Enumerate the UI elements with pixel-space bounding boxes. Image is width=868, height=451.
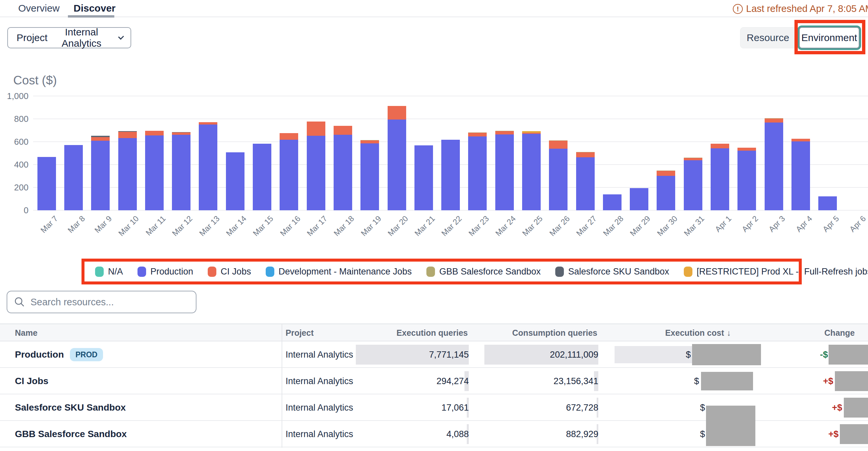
bar-segment-production[interactable] (118, 138, 137, 210)
bar-mar-14[interactable] (226, 152, 245, 210)
bar-segment-production[interactable] (495, 134, 514, 210)
bar-segment-ci-jobs[interactable] (91, 137, 110, 141)
bar-segment-production[interactable] (738, 151, 756, 210)
bar-mar-31[interactable] (684, 158, 702, 210)
bar-segment-production[interactable] (253, 144, 271, 210)
bar-segment-ci-jobs[interactable] (468, 133, 487, 136)
bar-mar-11[interactable] (145, 131, 164, 210)
bar-mar-10[interactable] (118, 131, 137, 210)
bar-segment-production[interactable] (441, 140, 460, 210)
legend-item-production[interactable]: Production (137, 266, 193, 277)
table-row-ci-jobs[interactable]: CI JobsInternal Analytics294,27423,156,3… (0, 368, 868, 394)
bar-mar-15[interactable] (253, 144, 271, 210)
column-header-execution-cost[interactable]: Execution cost↓ (626, 324, 731, 342)
bar-segment-production[interactable] (765, 123, 783, 210)
bar-segment-production[interactable] (603, 194, 621, 210)
bar-mar-22[interactable] (441, 140, 460, 210)
bar-mar-16[interactable] (280, 133, 298, 210)
bar-apr-5[interactable] (818, 196, 837, 210)
bar-segment-production[interactable] (172, 135, 190, 210)
bar-apr-4[interactable] (792, 139, 810, 210)
bar-mar-23[interactable] (468, 132, 487, 210)
bar-segment-production[interactable] (684, 160, 702, 210)
bar-apr-1[interactable] (711, 144, 729, 210)
bar-segment-production[interactable] (657, 176, 675, 210)
bar-segment-production[interactable] (630, 188, 648, 210)
legend-item-salesforce-sku-sandbox[interactable]: Salesforce SKU Sandbox (555, 266, 669, 277)
legend-item-development-maintenance-jobs[interactable]: Development - Maintenance Jobs (266, 266, 412, 277)
bar-segment-production[interactable] (199, 125, 217, 210)
tab-discover[interactable]: Discover (73, 3, 116, 14)
bar-segment-production[interactable] (64, 145, 83, 210)
legend-item-gbb-salesforce-sandbox[interactable]: GBB Salesforce Sandbox (426, 266, 541, 277)
bar-apr-3[interactable] (765, 118, 783, 210)
bar-segment-production[interactable] (280, 140, 298, 210)
bar-segment-production[interactable] (711, 148, 729, 210)
bar-segment-production[interactable] (37, 157, 56, 210)
bar-segment-ci-jobs[interactable] (199, 122, 217, 125)
table-row-production[interactable]: ProductionPRODInternal Analytics7,771,14… (0, 342, 868, 368)
bar-mar-21[interactable] (414, 146, 433, 210)
environment-toggle-button[interactable]: Environment (799, 27, 859, 49)
bar-mar-24[interactable] (495, 131, 514, 210)
bar-mar-12[interactable] (172, 132, 190, 210)
bar-mar-29[interactable] (630, 188, 648, 210)
bar-mar-7[interactable] (37, 157, 56, 210)
bar-segment-production[interactable] (307, 136, 326, 210)
bar-segment-production[interactable] (414, 146, 433, 210)
column-header-consumption-queries[interactable]: Consumption queries (493, 324, 597, 342)
bar-segment-production[interactable] (818, 196, 837, 210)
bar-segment-ci-jobs[interactable] (307, 122, 326, 136)
legend-item-ci-jobs[interactable]: CI Jobs (208, 266, 251, 277)
bar-mar-27[interactable] (576, 152, 595, 210)
bar-segment-ci-jobs[interactable] (684, 158, 702, 160)
bar-segment-production[interactable] (522, 134, 541, 210)
column-header-project[interactable]: Project (286, 324, 314, 342)
bar-segment-production[interactable] (468, 136, 487, 210)
bar-segment-production[interactable] (388, 120, 406, 210)
bar-segment-ci-jobs[interactable] (738, 148, 756, 151)
bar-segment-production[interactable] (792, 141, 810, 210)
bar-mar-25[interactable] (522, 131, 541, 210)
bar-mar-9[interactable] (91, 136, 110, 210)
project-filter-button[interactable]: Project Internal Analytics (7, 27, 131, 49)
bar-segment-production[interactable] (226, 152, 245, 210)
bar-segment-ci-jobs[interactable] (576, 152, 595, 158)
bar-apr-2[interactable] (738, 148, 756, 210)
bar-segment-ci-jobs[interactable] (657, 171, 675, 176)
bar-mar-26[interactable] (549, 140, 567, 210)
bar-segment-ci-jobs[interactable] (765, 119, 783, 123)
bar-segment-production[interactable] (334, 135, 352, 210)
bar-segment-ci-jobs[interactable] (145, 131, 164, 136)
legend-item-restricted-prod-xl-full-refresh-jobs[interactable]: [RESTRICTED] Prod XL -- Full-Refresh job… (684, 266, 868, 277)
bar-segment-ci-jobs[interactable] (711, 144, 729, 148)
bar-mar-19[interactable] (361, 140, 379, 210)
bar-mar-28[interactable] (603, 194, 621, 210)
legend-item-n-a[interactable]: N/A (95, 266, 123, 277)
bar-segment-ci-jobs[interactable] (495, 131, 514, 134)
bar-mar-17[interactable] (307, 122, 326, 210)
bar-segment-ci-jobs[interactable] (792, 139, 810, 141)
column-header-change[interactable]: Change (750, 324, 855, 342)
bar-segment-production[interactable] (549, 149, 567, 210)
resource-toggle-button[interactable]: Resource (740, 27, 796, 49)
bar-mar-8[interactable] (64, 145, 83, 210)
bar-segment-ci-jobs[interactable] (549, 141, 567, 148)
bar-segment-production[interactable] (145, 135, 164, 210)
bar-mar-20[interactable] (388, 106, 406, 210)
bar-segment-production[interactable] (361, 143, 379, 210)
bar-segment-ci-jobs[interactable] (118, 132, 137, 138)
search-input[interactable] (30, 297, 189, 308)
bar-segment-ci-jobs[interactable] (388, 106, 406, 120)
bar-mar-30[interactable] (657, 170, 675, 210)
bar-mar-13[interactable] (199, 122, 217, 210)
bar-segment-ci-jobs[interactable] (280, 133, 298, 140)
column-header-execution-queries[interactable]: Execution queries (364, 324, 468, 342)
column-header-name[interactable]: Name (15, 324, 37, 342)
bar-segment-production[interactable] (91, 141, 110, 210)
bar-segment-ci-jobs[interactable] (334, 126, 352, 135)
tab-overview[interactable]: Overview (18, 3, 60, 14)
bar-mar-18[interactable] (334, 126, 352, 210)
bar-segment-ci-jobs[interactable] (361, 140, 379, 143)
bar-segment-ci-jobs[interactable] (172, 132, 190, 135)
